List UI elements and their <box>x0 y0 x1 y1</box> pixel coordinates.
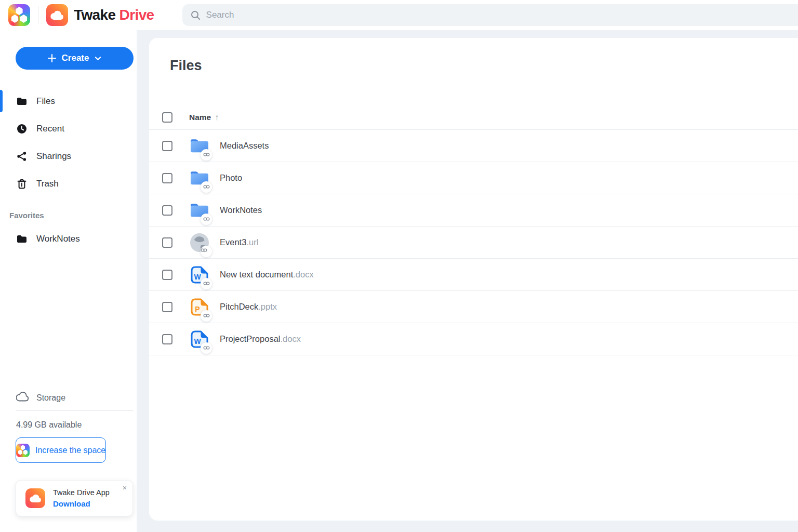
file-extension: .docx <box>293 270 313 279</box>
svg-text:W: W <box>194 273 201 281</box>
app-promo-card: Twake Drive App Download × <box>16 480 133 516</box>
file-name: Photo <box>220 173 242 183</box>
svg-text:P: P <box>195 305 200 313</box>
share-icon <box>16 151 28 162</box>
link-badge-icon <box>201 149 212 161</box>
app-grid-icon <box>16 444 30 457</box>
row-checkbox[interactable] <box>162 205 172 216</box>
row-checkbox[interactable] <box>162 334 172 344</box>
row-checkbox[interactable] <box>162 270 172 280</box>
folder-icon <box>16 233 28 245</box>
cloud-icon <box>16 392 29 404</box>
topbar-divider <box>38 6 38 24</box>
link-badge-icon <box>201 214 212 225</box>
plus-icon <box>47 54 57 63</box>
page-title: Files <box>170 58 798 74</box>
create-button[interactable]: Create <box>16 47 134 70</box>
file-name: Event3.url <box>220 237 258 247</box>
sidebar-item-trash[interactable]: Trash <box>0 170 137 197</box>
file-name: PitchDeck.pptx <box>220 302 277 312</box>
file-row[interactable]: Photo <box>149 162 798 194</box>
folder-icon <box>16 96 28 107</box>
main-content: Files Name ↑ <box>149 38 798 521</box>
svg-text:W: W <box>194 337 201 345</box>
storage-divider <box>16 410 133 411</box>
file-row[interactable]: W ProjectProposal.docx <box>149 323 798 355</box>
sidebar-item-label: Trash <box>36 179 59 189</box>
twake-drive-app-icon <box>25 488 45 508</box>
file-name: ProjectProposal.docx <box>220 334 301 344</box>
link-badge-icon <box>201 310 212 322</box>
favorite-item[interactable]: WorkNotes <box>0 225 137 252</box>
app-promo-title: Twake Drive App <box>53 488 110 497</box>
file-row[interactable]: MediaAssets <box>149 130 798 162</box>
chevron-down-icon <box>94 55 102 62</box>
favorites-list: WorkNotes <box>0 225 137 252</box>
favorite-item-label: WorkNotes <box>36 234 80 244</box>
file-row[interactable]: WorkNotes <box>149 194 798 227</box>
row-checkbox[interactable] <box>162 141 172 151</box>
download-link[interactable]: Download <box>53 499 110 508</box>
brand-secondary: Drive <box>119 7 154 23</box>
sidebar-nav: Files Recent <box>0 87 137 197</box>
sidebar-item-label: Recent <box>36 124 64 134</box>
sidebar-item-label: Sharings <box>36 151 71 162</box>
file-name: New text document.docx <box>220 270 314 280</box>
app-grid-icon[interactable] <box>8 4 30 26</box>
search-icon <box>191 10 201 20</box>
link-badge-icon <box>201 342 212 354</box>
create-button-label: Create <box>62 53 89 63</box>
file-name: WorkNotes <box>220 205 262 215</box>
increase-space-button[interactable]: Increase the space <box>16 437 106 463</box>
storage-available: 4.99 GB available <box>0 420 137 430</box>
file-name: MediaAssets <box>220 141 269 151</box>
close-icon[interactable]: × <box>123 484 127 491</box>
file-extension: .pptx <box>258 302 277 311</box>
twake-drive-logo-icon[interactable] <box>46 4 68 26</box>
search-input[interactable] <box>206 10 798 20</box>
file-extension: .docx <box>280 334 300 343</box>
brand-primary: Twake <box>74 7 116 23</box>
top-bar: TwakeDrive <box>0 0 798 30</box>
name-header-label: Name <box>189 113 211 122</box>
name-column-header[interactable]: Name ↑ <box>189 113 219 122</box>
sidebar: Create <box>0 30 137 532</box>
cloud-glyph <box>50 10 64 20</box>
row-checkbox[interactable] <box>162 237 172 248</box>
files-table: Name ↑ <box>149 105 798 355</box>
sidebar-item-sharings[interactable]: Sharings <box>0 142 137 170</box>
sort-ascending-icon: ↑ <box>215 113 219 122</box>
storage-label: Storage <box>36 393 65 403</box>
link-badge-icon <box>201 278 212 289</box>
table-body: MediaAssets <box>149 130 798 355</box>
sidebar-item-recent[interactable]: Recent <box>0 115 137 142</box>
file-row[interactable]: Event3.url <box>149 227 798 259</box>
storage-section: Storage 4.99 GB available Increase the s… <box>0 392 137 516</box>
link-badge-icon <box>201 181 212 193</box>
link-badge-icon <box>201 246 212 257</box>
brand-wordmark: TwakeDrive <box>74 7 154 23</box>
increase-space-label: Increase the space <box>35 446 105 455</box>
row-checkbox[interactable] <box>162 173 172 183</box>
sidebar-item-files[interactable]: Files <box>0 87 137 115</box>
file-extension: .url <box>246 237 258 247</box>
file-row[interactable]: P PitchDeck.pptx <box>149 291 798 323</box>
favorites-title: Favorites <box>9 211 137 220</box>
clock-icon <box>16 123 28 135</box>
file-row[interactable]: W New text document.docx <box>149 259 798 291</box>
trash-icon <box>16 178 28 190</box>
row-checkbox[interactable] <box>162 302 172 312</box>
table-header: Name ↑ <box>149 105 798 130</box>
select-all-checkbox[interactable] <box>162 112 172 123</box>
search-bar[interactable] <box>182 4 798 26</box>
sidebar-item-label: Files <box>36 96 55 107</box>
